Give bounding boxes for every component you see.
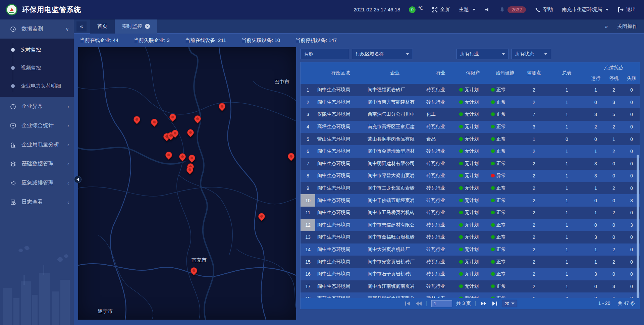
notifications[interactable]: 2632 (499, 6, 526, 13)
status-dot-green (459, 149, 463, 153)
cell-halt: 2 (605, 182, 623, 195)
tabs-scroll-left-button[interactable]: « (76, 21, 87, 32)
chevron-left-icon: ‹ (67, 123, 69, 128)
tab-home[interactable]: 首页 (90, 19, 115, 34)
row-index: 14 (301, 243, 315, 256)
cell-region: 阆中生态环境局 (315, 256, 366, 268)
help-button[interactable]: 帮助 (535, 6, 553, 13)
filter-bar: 行政区域名称 所有行业 所有状态 (300, 49, 640, 59)
last-page-button[interactable] (491, 301, 498, 306)
table-row[interactable]: 11阆中生态环境局阆中市五马桥页岩机砖砖瓦行业无计划正常21120 (301, 207, 640, 219)
sidebar-group-0[interactable]: 数据监测∨ (0, 19, 74, 39)
col-points[interactable]: 监测点 (521, 62, 547, 84)
col-facility[interactable]: 治污设施 (489, 62, 521, 84)
cell-points: 2 (521, 219, 547, 231)
sidebar-group-6[interactable]: 日志查看‹ (0, 193, 74, 212)
cell-meters: 1 (547, 158, 587, 170)
sidebar-group-label: 日志查看 (21, 199, 43, 206)
cell-plan: 无计划 (457, 182, 489, 195)
status-dot-green (491, 100, 495, 104)
cell-points: 2 (521, 268, 547, 280)
cell-region: 阆中生态环境局 (315, 182, 366, 195)
table-row[interactable]: 8阆中生态环境局阆中市枣碧大梁山页岩砖瓦行业无计划异常21300 (301, 170, 640, 182)
sidebar-group-5[interactable]: 应急减排管理‹ (0, 173, 74, 193)
sidebar-group-2[interactable]: 企业综合统计‹ (0, 116, 74, 135)
tab-realtime-monitor[interactable]: 实时监控 × (115, 19, 157, 34)
sidebar-group-3[interactable]: 企业用电量分析‹ (0, 135, 74, 154)
cell-meters: 0 (547, 133, 587, 145)
cell-plan: 无计划 (457, 219, 489, 231)
table-row[interactable]: 10阆中生态环境局阆中千佛镇五郎垭页岩砖瓦行业无计划正常21003 (301, 194, 640, 207)
cell-run: 1 (587, 256, 605, 268)
row-index: 17 (301, 280, 315, 293)
name-filter-input[interactable] (300, 49, 349, 59)
pagination-bar: | 共 3 页 | 20 1 - 20 共 47 条 (301, 298, 640, 309)
theme-menu[interactable]: 主题 (459, 6, 476, 13)
cell-facility: 正常 (489, 231, 521, 243)
cell-industry: 砖瓦行业 (424, 121, 457, 133)
name-input[interactable] (304, 51, 345, 57)
status-dot-green (459, 137, 463, 141)
table-row[interactable]: 1阆中生态环境局阆中强锐页岩砖厂砖瓦行业无计划正常21120 (301, 84, 640, 96)
table-row[interactable]: 15阆中生态环境局阆中市光富页岩机砖厂砖瓦行业无计划正常21120 (301, 256, 640, 268)
sidebar-item-视频监控[interactable]: 视频监控 (0, 59, 74, 77)
table-row[interactable]: 14阆中生态环境局阆中大兴页岩机砖厂砖瓦行业无计划正常21120 (301, 243, 640, 256)
col-halt[interactable]: 停机 (605, 73, 623, 84)
cell-company: 阆中市南方节能建材有 (366, 96, 424, 109)
cell-region: 阆中生态环境局 (315, 145, 366, 158)
table-row[interactable]: 17阆中生态环境局阆中市江南镇阆南页岩砖瓦行业无计划正常21030 (301, 280, 640, 293)
col-lost[interactable]: 失联 (623, 73, 640, 84)
table-row[interactable]: 2阆中生态环境局阆中市南方节能建材有砖瓦行业无计划正常21030 (301, 96, 640, 109)
cell-facility: 异常 (489, 170, 521, 182)
cell-industry: 砖瓦行业 (424, 231, 457, 243)
page-size-select[interactable]: 20 (502, 300, 517, 307)
table-row[interactable]: 13阆中生态环境局阆中市金福旺页岩机砖砖瓦行业无计划正常21300 (301, 231, 640, 243)
tabs-scroll-right-button[interactable]: » (605, 23, 608, 29)
cell-company: 阆中市江南镇阆南页岩 (366, 280, 424, 293)
cell-industry: 砖瓦行业 (424, 84, 457, 96)
page-number-input[interactable] (431, 300, 452, 307)
city-label-巴中市: 巴中市 (274, 79, 289, 85)
cell-facility: 正常 (489, 280, 521, 293)
chevron-down-icon (472, 9, 476, 11)
cell-halt: 2 (605, 243, 623, 256)
first-page-button[interactable] (405, 301, 411, 306)
map-panel[interactable]: 巴中市南充市遂宁市 (78, 47, 296, 320)
table-row[interactable]: 7阆中生态环境局阆中明阳建材有限公司砖瓦行业无计划正常21300 (301, 158, 640, 170)
status-filter-select[interactable]: 所有状态 (512, 49, 551, 59)
sidebar-group-4[interactable]: 基础数据管理‹ (0, 154, 74, 173)
table-scrollbar-thumb[interactable] (637, 155, 639, 298)
mute-button[interactable] (484, 7, 490, 13)
close-operations-button[interactable]: 关闭操作 (617, 23, 637, 30)
col-run[interactable]: 运行 (587, 73, 605, 84)
close-tab-icon[interactable]: × (145, 24, 150, 29)
cell-points: 2 (521, 194, 547, 207)
sidebar-item-实时监控[interactable]: 实时监控 (0, 41, 74, 59)
table-row[interactable]: 4高坪生态环境局南充市高坪区王家店建砖瓦行业无计划正常31220 (301, 121, 640, 133)
table-row[interactable]: 9阆中生态环境局阆中市二龙长宝页岩砖砖瓦行业无计划正常21120 (301, 182, 640, 195)
fullscreen-button[interactable]: 全屏 (432, 6, 450, 13)
table-scroll-area: 行政区域 企业 行业 停限产 治污设施 监测点 总表 点位状态 运行 停机 失联… (301, 62, 640, 299)
col-industry[interactable]: 行业 (424, 62, 457, 84)
sidebar-item-企业电力负荷明细[interactable]: 企业电力负荷明细 (0, 77, 74, 95)
org-menu[interactable]: 南充市生态环境局 (562, 6, 609, 13)
table-row[interactable]: 6阆中生态环境局阆中市金博瑞新型墙材砖瓦行业无计划正常21120 (301, 145, 640, 158)
cell-lost: 0 (623, 96, 640, 109)
prev-page-button[interactable] (415, 301, 422, 306)
table-row[interactable]: 3仪陇生态环境局西南油气田分公司川中化工无计划正常71350 (301, 108, 640, 121)
col-plan[interactable]: 停限产 (457, 62, 489, 84)
industry-filter-select[interactable]: 所有行业 (457, 49, 509, 59)
table-row[interactable]: 5营山生态环境局营山县润丰肉食品有限食品无计划正常10010 (301, 133, 640, 145)
cell-facility: 正常 (489, 158, 521, 170)
status-dot-green (459, 186, 463, 190)
map-collapse-button[interactable] (74, 176, 82, 183)
col-meters[interactable]: 总表 (547, 62, 587, 84)
logout-button[interactable]: 退出 (618, 6, 636, 13)
col-company[interactable]: 企业 (366, 62, 424, 84)
next-page-button[interactable] (480, 301, 487, 306)
table-row[interactable]: 12阆中生态环境局阆中市忠信建材有限公砖瓦行业无计划正常21003 (301, 219, 640, 231)
sidebar-group-1[interactable]: 企业异常‹ (0, 97, 74, 116)
region-filter-select[interactable]: 行政区域名称 (352, 49, 413, 59)
col-region[interactable]: 行政区域 (315, 62, 366, 84)
table-row[interactable]: 16阆中生态环境局阆中市石子页岩机砖厂砖瓦行业无计划正常21300 (301, 268, 640, 280)
